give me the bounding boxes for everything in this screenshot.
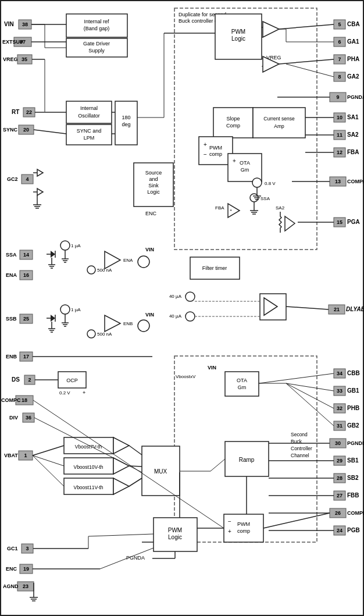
svg-text:Channel: Channel <box>291 453 309 458</box>
svg-line-288 <box>279 24 334 29</box>
svg-point-185 <box>185 312 195 321</box>
svg-text:GC1: GC1 <box>7 546 18 551</box>
svg-text:Source: Source <box>145 170 162 176</box>
svg-point-208 <box>60 305 70 314</box>
svg-rect-41 <box>16 396 33 405</box>
svg-text:3: 3 <box>26 546 28 551</box>
svg-text:Vboost10V-th: Vboost10V-th <box>73 464 103 470</box>
svg-point-214 <box>87 330 95 338</box>
svg-text:4: 4 <box>26 176 28 182</box>
svg-text:VIN: VIN <box>145 312 154 318</box>
svg-rect-244 <box>64 437 113 454</box>
svg-text:17: 17 <box>23 354 29 359</box>
svg-text:40 µA: 40 µA <box>169 314 182 319</box>
svg-text:Supply: Supply <box>88 48 105 54</box>
svg-text:VREG: VREG <box>266 55 281 60</box>
svg-text:SSB: SSB <box>6 316 17 322</box>
svg-text:VIN: VIN <box>208 365 216 371</box>
svg-rect-247 <box>64 458 113 474</box>
svg-text:Second: Second <box>291 432 308 437</box>
svg-rect-153 <box>199 137 233 165</box>
svg-line-292 <box>279 59 334 64</box>
svg-text:COMPA: COMPA <box>347 179 364 184</box>
svg-text:SSA: SSA <box>260 196 270 201</box>
svg-marker-188 <box>264 298 277 315</box>
svg-text:19: 19 <box>23 566 29 572</box>
svg-rect-119 <box>334 526 345 535</box>
svg-marker-221 <box>51 315 55 322</box>
svg-rect-137 <box>134 163 173 206</box>
svg-text:deg: deg <box>122 122 130 127</box>
svg-text:COMPC: COMPC <box>1 397 21 403</box>
svg-rect-1 <box>174 356 317 542</box>
svg-text:SA2: SA2 <box>276 205 285 211</box>
svg-rect-134 <box>115 101 137 145</box>
svg-text:+: + <box>83 390 85 396</box>
svg-text:0.8 V: 0.8 V <box>265 181 276 186</box>
svg-text:5: 5 <box>338 22 341 27</box>
svg-point-164 <box>250 194 258 202</box>
svg-text:FBB: FBB <box>347 492 359 499</box>
svg-text:18: 18 <box>22 397 27 403</box>
block-diagram: Duplicate for second Buck controller cha… <box>0 0 364 616</box>
svg-rect-89 <box>329 305 345 314</box>
svg-text:Duplicate for second: Duplicate for second <box>179 12 226 17</box>
svg-text:PHB: PHB <box>347 405 359 411</box>
svg-line-336 <box>263 513 330 528</box>
svg-text:7: 7 <box>338 56 341 62</box>
svg-text:ENB: ENB <box>123 321 133 326</box>
svg-text:SYNC and: SYNC and <box>77 128 102 134</box>
svg-text:32: 32 <box>337 405 342 411</box>
svg-text:26: 26 <box>335 510 341 516</box>
svg-line-322 <box>33 446 64 455</box>
svg-line-300 <box>286 307 329 309</box>
svg-text:35: 35 <box>22 56 27 62</box>
svg-text:Ramp: Ramp <box>239 457 255 463</box>
svg-rect-187 <box>260 294 286 320</box>
svg-text:ENA: ENA <box>6 272 17 278</box>
svg-rect-68 <box>334 72 345 81</box>
svg-rect-92 <box>334 369 345 378</box>
svg-text:RT: RT <box>12 109 19 115</box>
svg-text:Logic: Logic <box>147 189 160 195</box>
svg-line-335 <box>33 400 224 528</box>
svg-marker-170 <box>285 216 295 231</box>
svg-rect-8 <box>19 20 31 29</box>
svg-line-327 <box>129 478 142 486</box>
svg-line-278 <box>34 130 66 134</box>
svg-text:Sink: Sink <box>148 183 159 188</box>
svg-text:OCP: OCP <box>66 378 78 383</box>
svg-text:180: 180 <box>122 115 130 120</box>
svg-rect-239 <box>225 372 259 396</box>
svg-line-318 <box>88 534 154 536</box>
svg-text:SA2: SA2 <box>347 131 359 138</box>
svg-text:500 nA: 500 nA <box>97 268 112 273</box>
svg-text:Logic: Logic <box>231 35 245 42</box>
svg-rect-71 <box>330 92 346 102</box>
svg-text:GB2: GB2 <box>347 422 359 429</box>
svg-text:Buck controller channel: Buck controller channel <box>179 18 233 24</box>
svg-text:PWM: PWM <box>231 29 245 35</box>
svg-text:29: 29 <box>337 458 342 464</box>
svg-text:13: 13 <box>335 179 341 184</box>
svg-line-323 <box>33 455 64 466</box>
svg-text:11: 11 <box>337 132 342 138</box>
svg-rect-74 <box>334 113 345 122</box>
svg-text:22: 22 <box>26 109 32 115</box>
svg-text:16: 16 <box>23 272 29 278</box>
svg-rect-56 <box>17 582 34 591</box>
svg-text:VIN: VIN <box>145 247 154 252</box>
svg-rect-113 <box>334 491 345 500</box>
svg-rect-125 <box>66 38 127 57</box>
svg-text:Internal ref: Internal ref <box>84 19 109 24</box>
svg-rect-110 <box>334 473 345 483</box>
svg-line-325 <box>129 446 142 455</box>
svg-text:Comp: Comp <box>226 123 240 129</box>
svg-rect-17 <box>23 108 35 117</box>
svg-text:33: 33 <box>337 388 342 394</box>
svg-rect-20 <box>19 125 34 134</box>
svg-rect-0 <box>174 8 317 250</box>
svg-rect-14 <box>17 55 32 64</box>
svg-rect-86 <box>334 218 345 227</box>
svg-text:Filter timer: Filter timer <box>202 265 227 271</box>
